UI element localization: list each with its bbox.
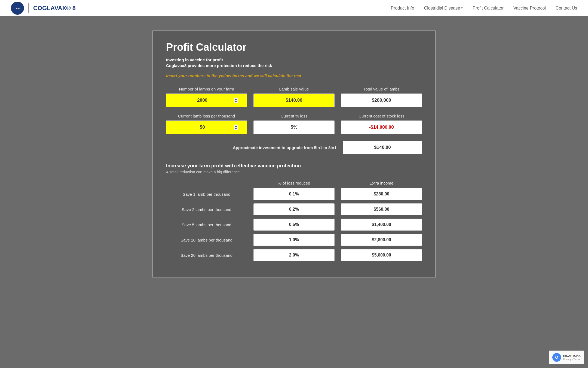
total-value-field: Total value of lambs [341,87,422,107]
savings-row-income [341,219,422,231]
lambs-on-farm-input[interactable] [166,93,247,107]
savings-row-label: Save 1 lamb per thousand [166,192,247,197]
current-pct-loss-input [253,120,334,134]
savings-row-pct [253,234,334,246]
savings-row-label: Save 20 lambs per thousand [166,253,247,258]
calculator-card: Profit Calculator Investing in vaccine f… [152,30,436,278]
main-nav: Product Info Clostridial Disease ▾ Profi… [391,6,577,11]
ceva-logo-icon: ceva [11,2,24,15]
savings-section-title: Increase your farm profit with effective… [166,163,422,169]
savings-row-income [341,249,422,261]
page-title: Profit Calculator [166,41,422,53]
savings-table-row: Save 20 lambs per thousand [166,249,422,261]
lamb-loss-per-thousand-input[interactable] [166,120,247,134]
savings-section-subtitle: A small reduction can make a big differe… [166,170,422,174]
savings-table-row: Save 1 lamb per thousand [166,188,422,200]
lamb-loss-input-wrapper [166,120,247,134]
nav-vaccine-protocol[interactable]: Vaccine Protocol [513,6,546,11]
recaptcha-main-label: reCAPTCHA [563,354,581,357]
savings-row-label: Save 5 lambs per thousand [166,222,247,227]
recaptcha-text: reCAPTCHA Privacy - Terms [563,354,581,361]
savings-row-pct [253,188,334,200]
investment-input [343,141,422,154]
calc-row-1: Number of lambs on your farm Lamb sale v… [166,87,422,107]
logo-divider [28,3,29,13]
calc-row-2: Current lamb loss per thousand Current %… [166,114,422,134]
recaptcha-badge: ↺ reCAPTCHA Privacy - Terms [549,351,584,364]
lamb-sale-value-field: Lamb sale value [253,87,334,107]
savings-row-pct [253,249,334,261]
savings-row-income [341,188,422,200]
nav-contact-us[interactable]: Contact Us [556,6,577,11]
total-value-label: Total value of lambs [341,87,422,91]
savings-row-label: Save 2 lambs per thousand [166,207,247,212]
savings-row-income [341,203,422,215]
recaptcha-icon: ↺ [552,353,561,362]
lambs-on-farm-label: Number of lambs on your farm [166,87,247,91]
current-pct-loss-label: Current % loss [253,114,334,118]
lamb-loss-per-thousand-field: Current lamb loss per thousand [166,114,247,134]
calc-subtitle2: Coglavax8 provides more protection to re… [166,63,422,68]
current-cost-stock-loss-field: Current cost of stock loss [341,114,422,134]
lamb-sale-value-input[interactable] [253,93,334,107]
nav-product-info[interactable]: Product Info [391,6,414,11]
savings-table-body: Save 1 lamb per thousand Save 2 lambs pe… [166,188,422,261]
savings-col3-header: Extra income [341,181,422,185]
chevron-down-icon: ▾ [461,6,463,10]
nav-clostridial-disease[interactable]: Clostridial Disease ▾ [424,6,463,11]
lambs-on-farm-field: Number of lambs on your farm [166,87,247,107]
savings-table-row: Save 5 lambs per thousand [166,219,422,231]
lamb-loss-per-thousand-label: Current lamb loss per thousand [166,114,247,118]
savings-table-row: Save 2 lambs per thousand [166,203,422,215]
lamb-sale-value-label: Lamb sale value [253,87,334,91]
savings-row-label: Save 10 lambs per thousand [166,238,247,242]
logo[interactable]: ceva COGLAVAX® 8 [11,2,76,15]
savings-row-pct [253,203,334,215]
savings-row-pct [253,219,334,231]
savings-col2-header: % of loss reduced [253,181,334,185]
calc-instruction: Insert your numbers in the yellow boxes … [166,73,422,78]
investment-row: Approximate investment to upgrade from 5… [166,141,422,154]
savings-row-income [341,234,422,246]
nav-profit-calculator[interactable]: Profit Calculator [473,6,504,11]
savings-table-row: Save 10 lambs per thousand [166,234,422,246]
main-content: Profit Calculator Investing in vaccine f… [0,16,588,292]
current-pct-loss-field: Current % loss [253,114,334,134]
total-value-input [341,93,422,107]
recaptcha-links: Privacy - Terms [563,358,581,361]
savings-table-header: % of loss reduced Extra income [166,181,422,185]
calc-subtitle1: Investing in vaccine for profit [166,58,422,62]
current-cost-stock-loss-input [341,120,422,134]
site-header: ceva COGLAVAX® 8 Product Info Clostridia… [0,0,588,16]
current-cost-stock-loss-label: Current cost of stock loss [341,114,422,118]
brand-name: COGLAVAX® 8 [33,5,76,12]
investment-label: Approximate investment to upgrade from 5… [233,145,336,150]
lambs-on-farm-input-wrapper [166,93,247,107]
